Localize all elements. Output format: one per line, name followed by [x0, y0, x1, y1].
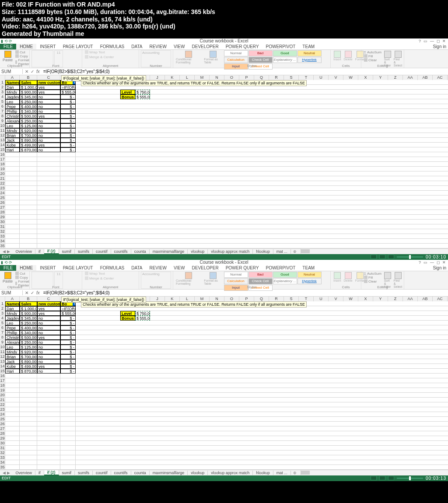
row-header[interactable]: 24 — [0, 412, 5, 417]
row-header[interactable]: 23 — [0, 186, 5, 191]
view-layout-icon[interactable] — [379, 476, 385, 480]
row-header[interactable]: 31 — [0, 446, 5, 451]
ribbon-tab[interactable]: INSERT — [36, 265, 60, 271]
wrap-text-button[interactable]: Wrap Text — [84, 50, 137, 54]
cell-bonus[interactable]: $ - — [60, 340, 76, 345]
cell-name[interactable]: Pepe — [5, 325, 20, 330]
row-header[interactable]: 18 — [0, 162, 5, 167]
row-header[interactable]: 2 — [0, 85, 5, 90]
cell-newcust[interactable]: no — [37, 316, 60, 321]
view-break-icon[interactable] — [388, 255, 394, 259]
sheet-tab[interactable]: hlookup — [253, 471, 273, 475]
cell-name[interactable]: Kobe — [5, 364, 20, 369]
cell-newcust[interactable]: yes — [37, 90, 60, 94]
cell-bonus[interactable]: $ - — [60, 369, 76, 374]
cell-newcust[interactable]: no — [37, 119, 60, 123]
zoom-slider[interactable] — [397, 478, 423, 479]
cell-sales[interactable]: $ 345,00 — [20, 94, 37, 99]
sheet-tab[interactable]: mat ... — [273, 249, 291, 254]
cell-bonus[interactable]: $ - — [60, 325, 76, 330]
cell-name[interactable]: Alexander — [5, 119, 20, 123]
ribbon-tab[interactable]: HOME — [16, 44, 36, 49]
cell-sales[interactable]: $ 125,00 — [20, 123, 37, 128]
sheet-tab[interactable]: if (2) — [44, 249, 59, 254]
cell-name[interactable]: Phillip — [5, 330, 20, 335]
cell-sales[interactable]: $ 250,00 — [20, 340, 37, 345]
cell-newcust[interactable]: no — [37, 123, 60, 128]
cell-bonus[interactable]: $ - — [60, 349, 76, 354]
cell-bonus[interactable]: $ - — [60, 354, 76, 359]
sheet-tab[interactable]: countifs — [111, 249, 131, 254]
cell-bonus[interactable]: $ - — [60, 316, 76, 321]
cell-name[interactable]: Mindy — [5, 90, 20, 94]
cell-newcust[interactable]: no — [37, 133, 60, 138]
level-label[interactable]: Level — [120, 90, 135, 94]
view-layout-icon[interactable] — [379, 255, 385, 259]
cell-bonus[interactable]: $ - — [60, 359, 76, 364]
row-header[interactable]: 22 — [0, 402, 5, 407]
row-header[interactable]: 25 — [0, 196, 5, 200]
cell-bonus[interactable]: $ - — [60, 133, 76, 138]
sheet-tab[interactable]: vlookup approx match — [208, 471, 253, 475]
zoom-slider[interactable] — [397, 256, 423, 258]
sheet-tab[interactable]: vlookup — [188, 471, 208, 475]
bonus-label[interactable]: Bonus — [120, 94, 135, 99]
row-header[interactable]: 10 — [0, 345, 5, 349]
cell-sales[interactable]: $ 250,00 — [20, 321, 37, 325]
view-normal-icon[interactable] — [371, 476, 377, 480]
row-header[interactable]: 27 — [0, 426, 5, 431]
row-header[interactable]: 19 — [0, 167, 5, 171]
cancel-icon[interactable]: ✕ — [25, 69, 28, 74]
row-header[interactable]: 30 — [0, 220, 5, 224]
style-good[interactable]: Good — [273, 50, 297, 56]
header-newcust[interactable]: new customers — [37, 80, 60, 85]
style-check[interactable]: Check Cell — [248, 57, 273, 63]
cell-bonus[interactable]: $ - — [60, 114, 76, 119]
cell-bonus[interactable]: $ - — [60, 143, 76, 147]
cell-bonus[interactable]: $ - — [60, 345, 76, 349]
style-bad[interactable]: Bad — [248, 272, 273, 278]
autosum-button[interactable]: ΣAutoSum — [363, 272, 382, 276]
ribbon-tab[interactable]: POWER QUERY — [222, 44, 262, 49]
row-header[interactable]: 6 — [0, 104, 5, 109]
row-header[interactable]: 5 — [0, 321, 5, 325]
row-header[interactable]: 35 — [0, 244, 5, 248]
cell-bonus[interactable]: $ - — [60, 94, 76, 99]
cell-sales[interactable]: $ 890,00 — [20, 138, 37, 143]
row-header[interactable]: 31 — [0, 224, 5, 229]
cell-name[interactable]: Jack — [5, 359, 20, 364]
ribbon-tab[interactable]: VIEW — [170, 44, 189, 49]
cell-name[interactable]: Leo — [5, 99, 20, 104]
style-explan[interactable]: Explanatory ... — [273, 57, 297, 63]
row-header[interactable]: 25 — [0, 417, 5, 422]
level-value[interactable]: $ 750,00 — [135, 90, 150, 94]
file-tab[interactable]: FILE — [0, 44, 16, 49]
ribbon-tab[interactable]: POWER QUERY — [222, 265, 262, 271]
row-header[interactable]: 19 — [0, 388, 5, 393]
sheet-tab[interactable]: sumif — [59, 471, 75, 475]
row-header[interactable]: 23 — [0, 407, 5, 412]
cell-newcust[interactable]: no — [37, 354, 60, 359]
cell-newcust[interactable]: no — [37, 330, 60, 335]
cell-sales[interactable]: $ 1.000,00 — [20, 306, 37, 311]
header-names[interactable]: Names — [5, 301, 20, 306]
row-header[interactable]: 4 — [0, 94, 5, 99]
cell-newcust[interactable]: no — [37, 325, 60, 330]
cell-sales[interactable]: $ 500,00 — [20, 335, 37, 340]
ribbon-tab[interactable]: TEAM — [299, 265, 318, 271]
cell-newcust[interactable]: no — [37, 340, 60, 345]
sheet-tab[interactable]: countif — [93, 249, 111, 254]
cell-name[interactable]: Christina — [5, 335, 20, 340]
style-explan[interactable]: Explanatory ... — [273, 278, 297, 284]
style-neutral[interactable]: Neutral — [298, 50, 322, 56]
row-header[interactable]: 8 — [0, 335, 5, 340]
quick-access[interactable]: ▮ ⟲ ⟳ — [1, 38, 12, 44]
merge-button[interactable]: Merge & Center — [84, 276, 137, 280]
wrap-text-button[interactable]: Wrap Text — [84, 272, 137, 276]
cell-newcust[interactable]: no — [37, 147, 60, 152]
row-header[interactable]: 12 — [0, 133, 5, 138]
row-header[interactable]: 35 — [0, 465, 5, 470]
cell-name[interactable]: Kobe — [5, 143, 20, 147]
cell-bonus[interactable]: $ - — [60, 128, 76, 133]
name-box[interactable]: SUM — [0, 69, 23, 74]
